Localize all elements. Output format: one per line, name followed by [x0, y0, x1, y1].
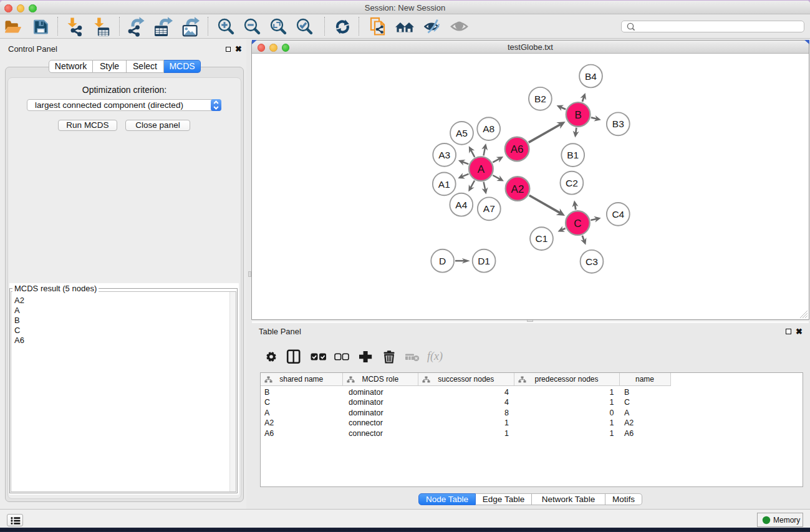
svg-text:A5: A5 [456, 128, 468, 138]
svg-text:C3: C3 [586, 256, 598, 266]
svg-text:C: C [574, 217, 581, 229]
svg-text:A4: A4 [455, 199, 467, 210]
svg-text:B4: B4 [585, 70, 597, 81]
svg-text:A8: A8 [483, 123, 494, 134]
svg-text:B3: B3 [612, 118, 624, 129]
svg-text:A1: A1 [438, 178, 450, 189]
svg-text:C1: C1 [536, 233, 548, 244]
svg-text:D: D [439, 255, 446, 266]
svg-text:D1: D1 [478, 255, 490, 266]
svg-text:C2: C2 [566, 177, 578, 188]
svg-text:B2: B2 [534, 93, 546, 104]
svg-text:B1: B1 [567, 150, 579, 160]
svg-text:A7: A7 [483, 203, 495, 214]
svg-text:C4: C4 [612, 209, 624, 220]
svg-text:A3: A3 [438, 150, 450, 160]
svg-text:A2: A2 [511, 183, 524, 195]
svg-text:A: A [478, 163, 485, 175]
svg-text:B: B [574, 109, 581, 120]
svg-text:A6: A6 [511, 143, 524, 155]
